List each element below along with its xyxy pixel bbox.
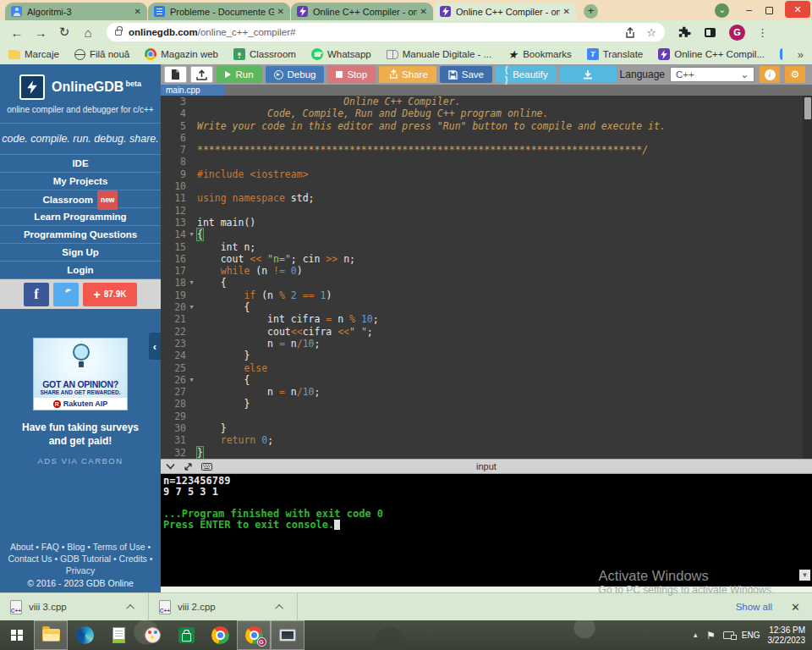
profile-avatar[interactable]: G	[729, 25, 745, 41]
open-file-button[interactable]	[190, 66, 213, 83]
code-line[interactable]: 13int main()	[161, 217, 812, 229]
bookmark-item[interactable]: Marcaje	[8, 49, 59, 59]
download-item[interactable]: C++viii 2.cpp	[149, 593, 298, 620]
ad-caption[interactable]: Have fun taking surveysand get paid!	[0, 421, 161, 448]
twitter-button[interactable]	[53, 283, 79, 306]
input-language[interactable]: ENG	[742, 631, 760, 640]
code-editor[interactable]: 3 Online C++ Compiler.4 Code, Compile, R…	[161, 96, 812, 459]
file-tab-main-cpp[interactable]: main.cpp	[161, 85, 224, 96]
sidebar-item-sign-up[interactable]: Sign Up	[0, 244, 161, 262]
code-line[interactable]: 21 int cifra = n % 10;	[161, 313, 812, 325]
bookmark-item[interactable]: Online C++ Compil...	[658, 48, 765, 60]
address-input[interactable]: onlinegdb.com/online_c++_compiler# ☆	[107, 23, 665, 41]
fold-marker[interactable]: ▼	[186, 301, 197, 313]
code-line[interactable]: 32}	[161, 447, 812, 459]
new-file-button[interactable]	[164, 66, 187, 83]
sidebar-item-login[interactable]: Login	[0, 262, 161, 279]
code-line[interactable]: 10	[161, 180, 812, 192]
chevron-up-icon[interactable]	[275, 603, 283, 612]
reload-icon[interactable]: ↻	[54, 25, 74, 40]
code-line[interactable]: 9#include <iostream>	[161, 168, 812, 180]
ad-attribution[interactable]: ADS VIA CARBON	[0, 456, 161, 465]
code-line[interactable]: 12	[161, 205, 812, 217]
code-line[interactable]: 20▼ {	[161, 301, 812, 313]
run-button[interactable]: Run	[217, 66, 261, 83]
code-line[interactable]: 28 }	[161, 398, 812, 410]
code-line[interactable]: 7***************************************…	[161, 144, 812, 156]
downloads-close-icon[interactable]: ✕	[791, 601, 800, 614]
home-icon[interactable]: ⌂	[78, 25, 98, 40]
extensions-icon[interactable]	[678, 26, 691, 39]
debug-button[interactable]: Debug	[266, 66, 325, 83]
tab-close-icon[interactable]: ✕	[277, 7, 284, 16]
bookmark-item[interactable]: Filă nouă	[74, 49, 129, 60]
browser-menu-icon[interactable]: ⋮	[757, 26, 768, 39]
fold-marker[interactable]: ▼	[186, 277, 197, 289]
code-line[interactable]: 19 if (n % 2 == 1)	[161, 289, 812, 301]
bookmarks-overflow-icon[interactable]: »	[798, 48, 804, 61]
scroll-down-arrow[interactable]: ▼	[799, 570, 810, 581]
taskbar-icon-chrome[interactable]	[203, 620, 237, 650]
start-button[interactable]	[0, 620, 34, 650]
stop-button[interactable]: Stop	[327, 66, 376, 83]
maximize-button[interactable]	[765, 7, 773, 14]
chevron-up-icon[interactable]	[126, 603, 134, 612]
tab-close-icon[interactable]: ✕	[420, 7, 427, 16]
code-line[interactable]: 3 Online C++ Compiler.	[161, 96, 812, 107]
code-line[interactable]: 27 n = n/10;	[161, 386, 812, 398]
browser-tab[interactable]: Online C++ Compiler - online ed✕	[434, 3, 576, 20]
bookmark-item[interactable]: My Profile - Zoom	[780, 48, 782, 60]
tray-expand-icon[interactable]: ▲	[692, 631, 699, 639]
browser-tab[interactable]: Probleme - Documente Google✕	[148, 3, 290, 20]
code-line[interactable]: 6	[161, 132, 812, 144]
code-line[interactable]: 23 n = n/10;	[161, 338, 812, 350]
minimize-button[interactable]: –	[746, 4, 752, 16]
sidebar-item-ide[interactable]: IDE	[0, 155, 161, 173]
bookmark-item[interactable]: Magazin web	[145, 48, 218, 60]
tab-search-icon[interactable]: ⌄	[715, 3, 729, 18]
code-line[interactable]: 30 }	[161, 422, 812, 434]
sidebar-item-programming-questions[interactable]: Programming Questions	[0, 226, 161, 244]
code-line[interactable]: 5Write your code in this editor and pres…	[161, 120, 812, 132]
browser-tab[interactable]: Online C++ Compiler - online ed✕	[291, 3, 433, 20]
bookmark-item[interactable]: ☎Whatsapp	[311, 48, 371, 60]
bookmark-item[interactable]: Manuale Digitale - ...	[387, 49, 491, 59]
code-line[interactable]: 4 Code, Compile, Run and Debug C++ progr…	[161, 107, 812, 119]
clock[interactable]: 12:36 PM3/22/2023	[768, 625, 806, 646]
editor-scrollbar[interactable]	[803, 96, 812, 459]
bookmark-item[interactable]: ★Bookmarks	[507, 48, 572, 60]
show-all-link[interactable]: Show all	[736, 602, 772, 612]
sidebar-item-learn-programming[interactable]: Learn Programming	[0, 208, 161, 226]
fold-marker[interactable]: ▼	[186, 374, 197, 386]
sidebar-item-my-projects[interactable]: My Projects	[0, 173, 161, 190]
beautify-button[interactable]: { }Beautify	[496, 66, 557, 83]
facebook-button[interactable]: f	[24, 283, 49, 306]
action-center-icon[interactable]: ⚑	[706, 630, 716, 642]
fold-marker[interactable]: ▼	[186, 229, 197, 240]
info-button[interactable]: i	[760, 66, 780, 83]
code-line[interactable]: 8	[161, 156, 812, 168]
save-button[interactable]: Save	[440, 66, 492, 83]
taskbar-icon-notepad[interactable]	[102, 620, 135, 650]
code-line[interactable]: 18▼ {	[161, 277, 812, 289]
forward-icon[interactable]: →	[30, 25, 51, 40]
back-icon[interactable]: ←	[7, 25, 27, 40]
code-line[interactable]: 31 return 0;	[161, 434, 812, 446]
code-line[interactable]: 14▼{	[161, 229, 812, 240]
code-line[interactable]: 17 while (n != 0)	[161, 265, 812, 277]
editor-scroll-thumb[interactable]	[804, 97, 811, 119]
language-select[interactable]: C++⌄	[670, 67, 754, 82]
browser-tab[interactable]: Algoritmi-3✕	[5, 3, 147, 20]
bookmark-star-icon[interactable]: ☆	[646, 26, 656, 39]
settings-button[interactable]: ⚙	[785, 66, 805, 83]
taskbar-icon-store[interactable]	[169, 620, 203, 650]
sidebar-collapse-handle[interactable]: ‹	[149, 333, 161, 360]
follow-count-button[interactable]: +87.9K	[83, 283, 137, 306]
taskbar-icon-paint[interactable]	[135, 620, 169, 650]
network-icon[interactable]	[723, 631, 734, 639]
close-window-button[interactable]: ✕	[785, 1, 810, 18]
code-line[interactable]: 24 }	[161, 350, 812, 361]
footer-links[interactable]: About • FAQ • Blog • Terms of Use • Cont…	[3, 541, 157, 576]
share-page-icon[interactable]	[624, 27, 636, 38]
code-line[interactable]: 22 cout<<cifra <<" ";	[161, 326, 812, 338]
